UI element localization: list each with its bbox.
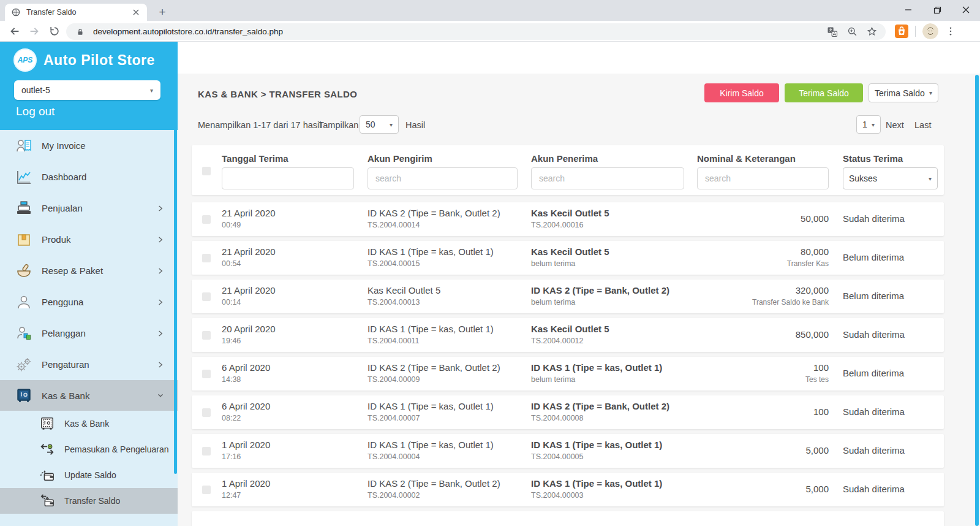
table-row[interactable]: 21 April 202000:54ID KAS 1 (Tipe = kas, … bbox=[192, 241, 944, 275]
cell-penerima-main: Kas Kecil Outlet 5 bbox=[531, 208, 609, 219]
update-wallet-icon bbox=[38, 467, 56, 483]
page-number-select[interactable]: 1 ▾ bbox=[856, 115, 881, 134]
chevron-down-icon: ▾ bbox=[929, 90, 932, 96]
new-tab-button[interactable]: + bbox=[154, 4, 170, 20]
cell-tanggal-sub: 08:22 bbox=[222, 414, 270, 422]
tampilkan-label: Tampilkan bbox=[318, 120, 358, 130]
tanggal-terima-filter-input[interactable] bbox=[222, 167, 354, 189]
address-bar[interactable]: development.autopilotstore.co.id/transfe… bbox=[66, 23, 886, 40]
chevron-right-icon bbox=[156, 329, 165, 338]
table-row[interactable]: 21 April 202000:49ID KAS 2 (Tipe = Bank,… bbox=[192, 202, 944, 236]
recipe-icon bbox=[14, 262, 34, 280]
zoom-in-icon[interactable] bbox=[845, 25, 859, 39]
results-info: Menampilkan 1-17 dari 17 hasil bbox=[198, 120, 322, 130]
chevron-right-icon bbox=[156, 360, 165, 370]
kebab-menu-icon[interactable] bbox=[943, 24, 958, 39]
chevron-right-icon bbox=[156, 235, 165, 245]
profile-avatar[interactable] bbox=[922, 23, 938, 39]
terima-saldo-button[interactable]: Terima Saldo bbox=[785, 83, 863, 102]
sidebar-item-resep-paket[interactable]: Resep & Paket bbox=[0, 255, 178, 286]
cell-pengirim-main: ID KAS 1 (Tipe = kas, Outlet 1) bbox=[368, 401, 494, 412]
cell-pengirim: Kas Kecil Outlet 5TS.2004.00013 bbox=[368, 280, 440, 313]
row-checkbox[interactable] bbox=[202, 331, 211, 340]
table-row-partial[interactable] bbox=[192, 511, 944, 526]
table-row[interactable]: 1 April 202017:16ID KAS 1 (Tipe = kas, O… bbox=[192, 434, 944, 468]
sidebar-subitem-pemasukan-pengeluaran[interactable]: Pemasukan & Pengeluaran bbox=[0, 436, 178, 462]
refresh-icon[interactable] bbox=[47, 24, 62, 39]
row-checkbox[interactable] bbox=[202, 408, 211, 417]
sidebar-item-dashboard[interactable]: Dashboard bbox=[0, 161, 178, 192]
star-icon[interactable] bbox=[865, 25, 878, 39]
sidebar-subitem-transfer-saldo[interactable]: Transfer Saldo bbox=[0, 488, 178, 514]
sidebar-item-my-invoice[interactable]: My Invoice bbox=[0, 130, 178, 161]
logout-link[interactable]: Log out bbox=[16, 105, 55, 118]
cell-nominal: 5,000 bbox=[706, 434, 829, 468]
sidebar-item-kas-bank[interactable]: Kas & Bank bbox=[0, 380, 178, 411]
cell-tanggal-main: 1 April 2020 bbox=[222, 440, 270, 451]
translate-icon[interactable] bbox=[826, 25, 839, 39]
cell-status: Belum diterima bbox=[843, 357, 944, 391]
sidebar-scrollbar[interactable] bbox=[174, 128, 177, 474]
sidebar-item-pengaturan[interactable]: Pengaturan bbox=[0, 349, 178, 380]
main-content: KAS & BANK > TRANSFER SALDO Kirim Saldo … bbox=[178, 42, 980, 526]
cell-tanggal-sub: 17:16 bbox=[222, 452, 270, 461]
next-page-link[interactable]: Next bbox=[886, 120, 904, 130]
chevron-down-icon: ▾ bbox=[872, 121, 875, 128]
row-checkbox[interactable] bbox=[202, 215, 211, 224]
cell-tanggal-main: 6 April 2020 bbox=[222, 401, 270, 412]
row-checkbox[interactable] bbox=[202, 486, 211, 494]
table-row[interactable]: 6 April 202014:38ID KAS 2 (Tipe = Bank, … bbox=[192, 357, 944, 391]
akun-pengirim-filter-input[interactable] bbox=[368, 167, 518, 189]
cell-pengirim-sub: TS.2004.00002 bbox=[368, 491, 500, 500]
akun-penerima-filter-input[interactable] bbox=[531, 167, 684, 189]
cell-nominal: 100 bbox=[706, 395, 829, 429]
sidebar-subitem-kas-bank[interactable]: Kas & Bank bbox=[0, 411, 178, 436]
extension-bag-icon[interactable] bbox=[894, 24, 909, 39]
sidebar-subitem-update-saldo[interactable]: Update Saldo bbox=[0, 462, 178, 488]
cell-nominal-sub: Transfer Kas bbox=[706, 259, 829, 268]
row-checkbox[interactable] bbox=[202, 447, 211, 455]
close-icon[interactable] bbox=[952, 0, 980, 20]
mode-select[interactable]: Terima Saldo ▾ bbox=[869, 83, 938, 102]
cell-nominal-main: 80,000 bbox=[706, 246, 829, 257]
page-size-select[interactable]: 50 ▾ bbox=[360, 115, 399, 134]
cell-pengirim-main: ID KAS 1 (Tipe = kas, Outlet 1) bbox=[368, 246, 494, 257]
minimize-icon[interactable] bbox=[894, 0, 922, 20]
status-terima-filter-select[interactable]: Sukses ▾ bbox=[843, 167, 938, 189]
last-page-link[interactable]: Last bbox=[914, 120, 931, 130]
sidebar-item-label: Pelanggan bbox=[42, 328, 86, 338]
cell-nominal-sub: Tes tes bbox=[706, 375, 829, 384]
row-checkbox[interactable] bbox=[202, 292, 211, 301]
restore-icon[interactable] bbox=[923, 0, 951, 20]
row-checkbox[interactable] bbox=[202, 254, 211, 262]
globe-favicon bbox=[11, 7, 21, 17]
back-icon[interactable] bbox=[7, 24, 22, 39]
nominal-filter-input[interactable] bbox=[697, 167, 829, 189]
table-row[interactable]: 20 April 202019:46ID KAS 1 (Tipe = kas, … bbox=[192, 318, 944, 352]
status-filter-value: Sukses bbox=[849, 173, 877, 183]
select-all-checkbox[interactable] bbox=[202, 167, 211, 175]
sidebar-item-produk[interactable]: Produk bbox=[0, 224, 178, 255]
browser-tab[interactable]: Transfer Saldo bbox=[5, 4, 147, 21]
forward-icon[interactable] bbox=[27, 24, 42, 39]
sidebar-item-pelanggan[interactable]: Pelanggan bbox=[0, 318, 178, 349]
row-checkbox[interactable] bbox=[202, 370, 211, 378]
browser-tab-strip: Transfer Saldo + bbox=[0, 0, 980, 21]
cell-tanggal-sub: 19:46 bbox=[222, 337, 276, 345]
sidebar-item-pengguna[interactable]: Pengguna bbox=[0, 286, 178, 318]
cell-tanggal-main: 21 April 2020 bbox=[222, 285, 276, 296]
outlet-select[interactable]: outlet-5 ▾ bbox=[14, 80, 160, 100]
cell-pengirim: ID KAS 2 (Tipe = Bank, Outlet 2)TS.2004.… bbox=[368, 357, 500, 391]
kirim-saldo-button[interactable]: Kirim Saldo bbox=[704, 83, 779, 102]
column-header: Akun Penerima bbox=[531, 153, 598, 164]
table-rows: 21 April 202000:49ID KAS 2 (Tipe = Bank,… bbox=[192, 202, 944, 526]
cell-nominal-main: 5,000 bbox=[706, 484, 829, 495]
column-header: Tanggal Terima bbox=[222, 153, 288, 164]
table-row[interactable]: 21 April 202000:14Kas Kecil Outlet 5TS.2… bbox=[192, 280, 944, 313]
page-scrollbar[interactable] bbox=[975, 75, 979, 526]
sidebar-item-penjualan[interactable]: Penjualan bbox=[0, 192, 178, 224]
table-row[interactable]: 1 April 202012:47ID KAS 2 (Tipe = Bank, … bbox=[192, 473, 944, 506]
table-row[interactable]: 6 April 202008:22ID KAS 1 (Tipe = kas, O… bbox=[192, 395, 944, 429]
tab-close-icon[interactable] bbox=[131, 7, 141, 17]
cell-tanggal-sub: 14:38 bbox=[222, 375, 270, 384]
